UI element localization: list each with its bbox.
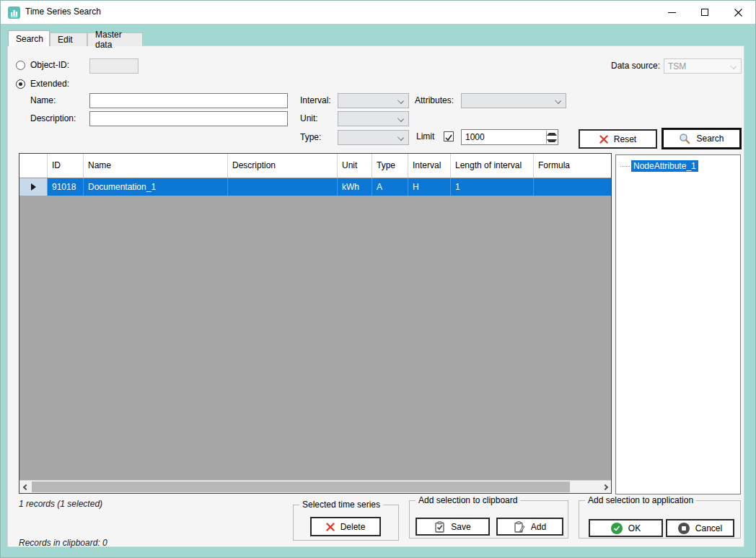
cell-type[interactable]: A bbox=[372, 178, 408, 196]
selected-time-series-group: Selected time series Delete bbox=[293, 505, 399, 541]
object-id-label: Object-ID: bbox=[30, 60, 69, 70]
magnifier-icon bbox=[679, 133, 690, 144]
description-input[interactable] bbox=[89, 111, 288, 126]
ok-button[interactable]: OK bbox=[589, 519, 663, 537]
selected-time-series-title: Selected time series bbox=[299, 500, 383, 510]
tab-edit[interactable]: Edit bbox=[50, 32, 87, 46]
close-icon bbox=[734, 9, 742, 17]
cell-name[interactable]: Documentation_1 bbox=[84, 178, 228, 196]
column-header-length-of-interval[interactable]: Length of interval bbox=[451, 154, 534, 178]
reset-button-label: Reset bbox=[614, 134, 636, 144]
column-header-unit[interactable]: Unit bbox=[338, 154, 372, 178]
column-header-id[interactable]: ID bbox=[48, 154, 84, 178]
description-label: Description: bbox=[30, 113, 76, 123]
grid-empty-area bbox=[19, 196, 611, 480]
attributes-dropdown[interactable] bbox=[461, 93, 566, 108]
check-icon bbox=[444, 134, 453, 142]
search-tab-page: Object-ID: Data source: TSM Extended: Na… bbox=[7, 45, 744, 547]
add-to-application-title: Add selection to application bbox=[585, 495, 696, 505]
clipboard-status: Records in clipboard: 0 bbox=[19, 538, 107, 548]
ok-button-label: OK bbox=[628, 523, 641, 533]
cancel-button[interactable]: Cancel bbox=[666, 519, 734, 537]
maximize-button[interactable] bbox=[688, 1, 721, 24]
minimize-icon bbox=[668, 12, 676, 13]
scroll-left-icon[interactable] bbox=[19, 481, 32, 493]
cell-interval[interactable]: H bbox=[408, 178, 451, 196]
tree-connector bbox=[620, 166, 630, 167]
cell-description[interactable] bbox=[228, 178, 338, 196]
add-to-clipboard-title: Add selection to clipboard bbox=[416, 495, 520, 505]
save-button-label: Save bbox=[451, 522, 470, 532]
column-header-description[interactable]: Description bbox=[228, 154, 338, 178]
column-header-name[interactable]: Name bbox=[84, 154, 228, 178]
interval-dropdown[interactable] bbox=[338, 93, 409, 108]
data-source-dropdown: TSM bbox=[664, 58, 742, 74]
cancel-button-label: Cancel bbox=[695, 523, 722, 533]
limit-checkbox[interactable] bbox=[444, 131, 454, 141]
chevron-down-icon bbox=[397, 134, 404, 141]
search-button-label: Search bbox=[696, 134, 724, 144]
records-status: 1 records (1 selected) bbox=[19, 499, 102, 509]
name-label: Name: bbox=[30, 95, 56, 105]
add-to-clipboard-group: Add selection to clipboard Save Add bbox=[409, 500, 568, 539]
tab-master-data[interactable]: Master data bbox=[87, 32, 143, 46]
type-label: Type: bbox=[300, 132, 321, 142]
tab-strip: Search Edit Master data bbox=[8, 30, 143, 46]
limit-label: Limit bbox=[416, 131, 434, 141]
cancel-stop-icon bbox=[678, 523, 690, 534]
column-header-type[interactable]: Type bbox=[372, 154, 408, 178]
reset-button[interactable]: Reset bbox=[579, 129, 657, 149]
node-attribute-tree: NodeAttribute_1 bbox=[615, 154, 741, 494]
cell-formula[interactable] bbox=[534, 178, 611, 196]
horizontal-scrollbar[interactable] bbox=[19, 480, 611, 493]
chevron-down-icon bbox=[397, 115, 404, 122]
clipboard-check-icon bbox=[434, 521, 445, 533]
attributes-label: Attributes: bbox=[415, 95, 454, 105]
tree-item-label[interactable]: NodeAttribute_1 bbox=[631, 160, 698, 172]
current-row-arrow-icon bbox=[31, 183, 36, 191]
search-button[interactable]: Search bbox=[662, 128, 742, 149]
scrollbar-thumb[interactable] bbox=[32, 481, 570, 492]
results-grid: ID Name Description Unit Type Interval L… bbox=[19, 153, 612, 494]
spin-up-icon[interactable] bbox=[547, 131, 557, 137]
close-button[interactable] bbox=[721, 1, 755, 24]
chevron-down-icon bbox=[730, 63, 737, 69]
delete-button-label: Delete bbox=[340, 522, 366, 532]
limit-value-input[interactable]: 1000 bbox=[461, 129, 558, 145]
column-header-interval[interactable]: Interval bbox=[408, 154, 451, 178]
grid-header-row: ID Name Description Unit Type Interval L… bbox=[19, 154, 611, 178]
window-title: Time Series Search bbox=[25, 6, 101, 17]
cell-unit[interactable]: kWh bbox=[338, 178, 372, 196]
limit-value: 1000 bbox=[465, 132, 485, 142]
table-row[interactable]: 91018 Documentation_1 kWh A H 1 bbox=[19, 178, 611, 196]
tree-item[interactable]: NodeAttribute_1 bbox=[620, 160, 698, 172]
cell-length-of-interval[interactable]: 1 bbox=[451, 178, 534, 196]
data-source-value: TSM bbox=[668, 61, 686, 71]
chevron-down-icon bbox=[555, 97, 561, 104]
row-selector-header bbox=[19, 154, 48, 178]
red-x-icon bbox=[326, 523, 335, 531]
unit-dropdown[interactable] bbox=[338, 111, 409, 126]
column-header-formula[interactable]: Formula bbox=[534, 154, 611, 178]
app-bar-chart-icon bbox=[8, 6, 20, 19]
clipboard-add-icon bbox=[514, 521, 525, 533]
data-source-label: Data source: bbox=[611, 61, 660, 71]
add-button[interactable]: Add bbox=[496, 518, 563, 536]
extended-label: Extended: bbox=[30, 79, 69, 89]
row-selector-cell[interactable] bbox=[19, 178, 48, 196]
cell-id[interactable]: 91018 bbox=[48, 178, 84, 196]
tab-search[interactable]: Search bbox=[8, 30, 50, 46]
minimize-button[interactable] bbox=[655, 1, 688, 24]
delete-button[interactable]: Delete bbox=[310, 517, 381, 536]
extended-radio[interactable] bbox=[16, 79, 25, 89]
object-id-field bbox=[89, 58, 139, 74]
scroll-right-icon[interactable] bbox=[599, 481, 611, 493]
save-button[interactable]: Save bbox=[416, 518, 490, 536]
title-bar: Time Series Search bbox=[1, 1, 755, 24]
object-id-radio[interactable] bbox=[16, 61, 25, 70]
type-dropdown[interactable] bbox=[338, 130, 409, 145]
red-x-icon bbox=[599, 135, 608, 144]
limit-spinner[interactable] bbox=[546, 131, 557, 144]
spin-down-icon[interactable] bbox=[547, 137, 557, 144]
name-input[interactable] bbox=[89, 93, 288, 108]
